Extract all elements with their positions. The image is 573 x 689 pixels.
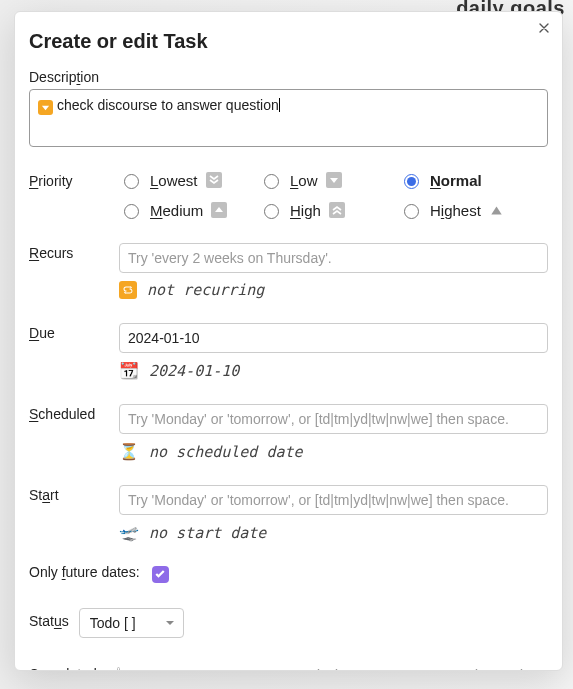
due-hint: 📆 2024-01-10 [119, 361, 548, 380]
description-label: Description [29, 69, 548, 85]
description-text: check discourse to answer question [57, 97, 279, 113]
status-value: Todo [ ] [90, 615, 136, 631]
modal-title: Create or edit Task [29, 30, 548, 53]
double-down-icon [206, 172, 222, 188]
repeat-icon [119, 281, 137, 299]
completed-label: Completed: [29, 666, 101, 671]
priority-high[interactable]: High [259, 201, 399, 219]
priority-highest[interactable]: Highest [399, 201, 549, 219]
done-on-value: no done date [440, 667, 548, 671]
triangle-up-icon [489, 202, 505, 218]
close-icon[interactable] [536, 20, 552, 39]
plane-icon: 🛫 [119, 523, 139, 542]
recurs-input[interactable] [119, 243, 548, 273]
status-select[interactable]: Todo [ ] [79, 608, 184, 638]
description-input[interactable]: check discourse to answer question [29, 89, 548, 147]
due-input[interactable] [119, 323, 548, 353]
up-icon [211, 202, 227, 218]
task-modal: Create or edit Task Description check di… [14, 11, 563, 671]
priority-lowest[interactable]: Lowest [119, 171, 259, 189]
only-future-label: Only future dates: [29, 564, 140, 580]
due-label: Due [29, 323, 119, 341]
only-future-checkbox[interactable] [152, 566, 169, 583]
created-on-label: Created on: [150, 668, 223, 671]
down-icon [326, 172, 342, 188]
calendar-icon: 📆 [119, 361, 139, 380]
completed-checkbox[interactable] [117, 667, 121, 672]
priority-low[interactable]: Low [259, 171, 399, 189]
done-on-label: Done on: [379, 668, 436, 671]
scheduled-input[interactable] [119, 404, 548, 434]
created-on-value: no created date [227, 667, 362, 671]
priority-normal[interactable]: Normal [399, 171, 549, 189]
priority-medium[interactable]: Medium [119, 201, 259, 219]
priority-marker-icon [38, 100, 53, 115]
hourglass-icon: ⏳ [119, 442, 139, 461]
status-label: Status [29, 613, 69, 629]
scheduled-hint: ⏳ no scheduled date [119, 442, 548, 461]
start-input[interactable] [119, 485, 548, 515]
start-label: Start [29, 485, 119, 503]
recurs-label: Recurs [29, 243, 119, 261]
priority-label: Priority [29, 171, 119, 189]
chevron-down-icon [165, 615, 175, 631]
scheduled-label: Scheduled [29, 404, 119, 422]
start-hint: 🛫 no start date [119, 523, 548, 542]
recurs-hint: not recurring [119, 281, 548, 299]
double-up-icon [329, 202, 345, 218]
